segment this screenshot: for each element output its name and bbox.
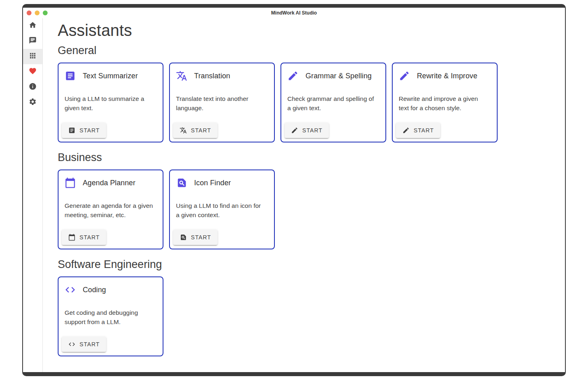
translate-icon xyxy=(176,70,187,82)
card-header: Icon Finder xyxy=(176,177,268,188)
card-grammar-spelling: Grammar & Spelling Check grammar and spe… xyxy=(280,63,386,142)
card-title: Text Summarizer xyxy=(83,72,138,80)
code-icon xyxy=(68,341,75,348)
sidebar-item-about[interactable] xyxy=(23,80,42,95)
card-description: Generate an agenda for a given meeting, … xyxy=(65,201,154,220)
cards-row-software-engineering: Coding Get coding and debugging support … xyxy=(58,276,565,356)
calendar-icon xyxy=(65,177,76,188)
icon-search-icon xyxy=(176,177,187,188)
app-window: MindWork AI Studio Assistants xyxy=(22,4,566,376)
card-description: Using a LLM to summarize a given text. xyxy=(65,94,154,113)
card-title: Icon Finder xyxy=(194,179,231,187)
card-header: Grammar & Spelling xyxy=(287,70,380,82)
card-header: Translation xyxy=(176,70,268,82)
card-rewrite-improve: Rewrite & Improve Rewrite and improve a … xyxy=(392,63,498,142)
section-title-software-engineering: Software Engineering xyxy=(58,258,565,271)
icon-search-icon xyxy=(180,234,187,241)
card-header: Coding xyxy=(65,284,157,295)
card-title: Translation xyxy=(194,72,230,80)
minimize-button[interactable] xyxy=(35,10,40,15)
card-description: Rewrite and improve a given text for a c… xyxy=(399,94,488,113)
home-icon xyxy=(29,21,37,31)
start-button-label: START xyxy=(80,127,100,134)
cards-row-business: Agenda Planner Generate an agenda for a … xyxy=(58,170,565,249)
zoom-button[interactable] xyxy=(43,10,48,15)
card-icon-finder: Icon Finder Using a LLM to find an icon … xyxy=(169,170,275,249)
section-title-business: Business xyxy=(58,151,565,164)
close-button[interactable] xyxy=(27,10,31,15)
start-button-label: START xyxy=(191,234,211,241)
start-button-coding[interactable]: START xyxy=(62,337,106,352)
card-translation: Translation Translate text into another … xyxy=(169,63,275,142)
card-description: Check grammar and spelling of a given te… xyxy=(287,94,377,113)
start-button-label: START xyxy=(80,341,100,347)
start-button-grammar-spelling[interactable]: START xyxy=(285,123,329,138)
card-title: Rewrite & Improve xyxy=(417,72,477,80)
page-title: Assistants xyxy=(58,21,565,40)
section-title-general: General xyxy=(58,44,565,57)
pencil-icon xyxy=(402,127,410,134)
start-button-translation[interactable]: START xyxy=(173,123,218,138)
card-description: Translate text into another language. xyxy=(176,94,266,113)
main-content: Assistants General Text Summarizer Using… xyxy=(43,18,565,372)
sidebar-item-favorites[interactable] xyxy=(23,64,42,80)
sidebar xyxy=(23,18,43,372)
card-title: Agenda Planner xyxy=(83,179,136,187)
start-button-rewrite-improve[interactable]: START xyxy=(396,123,440,138)
start-button-agenda-planner[interactable]: START xyxy=(62,230,106,245)
start-button-label: START xyxy=(414,127,434,134)
calendar-icon xyxy=(68,234,75,241)
heart-icon xyxy=(29,67,37,77)
card-header: Agenda Planner xyxy=(65,177,157,188)
card-text-summarizer: Text Summarizer Using a LLM to summarize… xyxy=(58,63,163,142)
sidebar-item-settings[interactable] xyxy=(23,95,42,110)
code-icon xyxy=(65,284,76,295)
card-description: Using a LLM to find an icon for a given … xyxy=(176,201,266,220)
start-button-text-summarizer[interactable]: START xyxy=(62,123,106,138)
translate-icon xyxy=(180,127,187,134)
start-button-icon-finder[interactable]: START xyxy=(173,230,218,245)
cards-row-general: Text Summarizer Using a LLM to summarize… xyxy=(58,63,565,142)
sidebar-item-assistants[interactable] xyxy=(23,49,42,64)
sidebar-item-home[interactable] xyxy=(23,18,42,33)
card-header: Text Summarizer xyxy=(65,70,157,82)
gear-icon xyxy=(29,98,37,107)
card-title: Coding xyxy=(83,286,106,294)
summarize-icon xyxy=(68,127,75,134)
window-title: MindWork AI Studio xyxy=(271,10,317,16)
card-agenda-planner: Agenda Planner Generate an agenda for a … xyxy=(58,170,163,249)
pencil-icon xyxy=(287,70,299,82)
summarize-icon xyxy=(65,70,76,82)
card-title: Grammar & Spelling xyxy=(306,72,372,80)
apps-grid-icon xyxy=(29,52,37,61)
card-coding: Coding Get coding and debugging support … xyxy=(58,276,163,356)
traffic-lights xyxy=(27,10,48,15)
chat-icon xyxy=(29,36,37,46)
start-button-label: START xyxy=(80,234,100,241)
titlebar: MindWork AI Studio xyxy=(23,8,565,18)
info-icon xyxy=(29,82,37,92)
sidebar-item-chats[interactable] xyxy=(23,33,42,49)
start-button-label: START xyxy=(302,127,322,134)
pencil-icon xyxy=(291,127,298,134)
start-button-label: START xyxy=(191,127,211,134)
card-header: Rewrite & Improve xyxy=(399,70,491,82)
pencil-icon xyxy=(399,70,410,82)
card-description: Get coding and debugging support from a … xyxy=(65,308,154,326)
